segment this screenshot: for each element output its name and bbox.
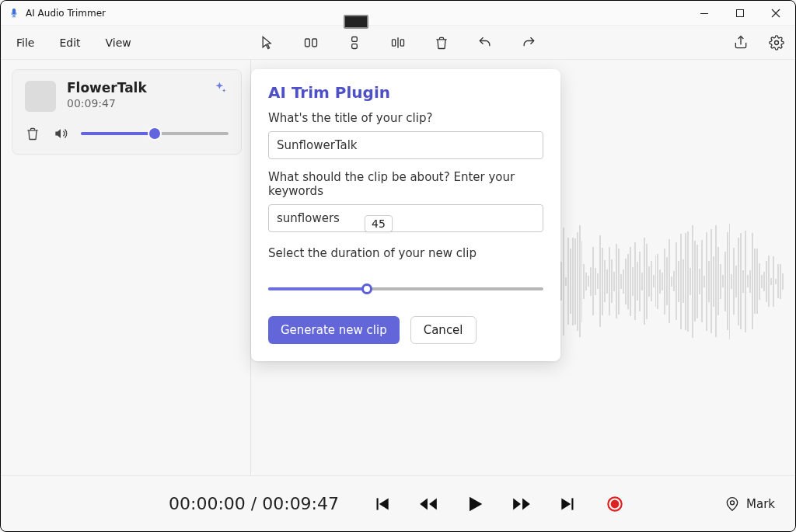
fast-forward-icon[interactable]: [510, 492, 533, 516]
svg-point-11: [612, 500, 619, 507]
generate-button[interactable]: Generate new clip: [268, 316, 400, 344]
keywords-label: What should the clip be about? Enter you…: [268, 170, 543, 198]
clip-delete-icon[interactable]: [25, 126, 40, 141]
play-icon[interactable]: [463, 492, 487, 516]
mark-button[interactable]: Mark: [724, 496, 775, 512]
tool-cursor-icon[interactable]: [257, 32, 278, 54]
skip-start-icon[interactable]: [370, 492, 393, 516]
clip-title-input[interactable]: [268, 131, 543, 159]
mark-label: Mark: [746, 497, 775, 511]
tool-trim-vertical-icon[interactable]: [344, 32, 365, 54]
app-mic-icon: [9, 8, 19, 19]
duration-label: Select the duration of your new clip: [268, 246, 543, 260]
menu-edit[interactable]: Edit: [56, 32, 83, 54]
main-area: FlowerTalk 00:09:47 AI Trim Plugin What'…: [1, 60, 795, 475]
titlebar: AI Audio Trimmer: [1, 1, 795, 26]
svg-rect-3: [312, 39, 317, 47]
clip-thumbnail: [25, 81, 56, 112]
clip-title: FlowerTalk: [67, 81, 202, 96]
window-minimize-button[interactable]: [686, 1, 722, 26]
clip-title-label: What's the title of your clip?: [268, 111, 543, 125]
ai-trim-panel: AI Trim Plugin What's the title of your …: [251, 69, 560, 361]
share-icon[interactable]: [730, 32, 752, 54]
time-current: 00:00:00: [169, 494, 246, 513]
duration-slider[interactable]: [268, 280, 543, 297]
volume-slider[interactable]: [81, 126, 229, 141]
svg-rect-6: [393, 39, 396, 45]
settings-gear-icon[interactable]: [766, 32, 787, 54]
timecode: 00:00:00 / 00:09:47: [169, 494, 339, 513]
panel-heading: AI Trim Plugin: [268, 83, 543, 102]
svg-rect-4: [352, 37, 358, 41]
svg-point-12: [731, 500, 735, 504]
svg-rect-2: [305, 39, 310, 47]
menubar: File Edit View: [1, 26, 795, 60]
clip-duration: 00:09:47: [67, 97, 202, 110]
rewind-icon[interactable]: [417, 492, 440, 516]
svg-rect-1: [737, 9, 744, 16]
keywords-input[interactable]: [268, 204, 543, 232]
tool-split-icon[interactable]: [300, 32, 322, 54]
record-icon[interactable]: [603, 492, 627, 516]
tool-mirror-icon[interactable]: [387, 32, 409, 54]
cancel-button[interactable]: Cancel: [410, 316, 477, 344]
menu-view[interactable]: View: [103, 32, 134, 54]
svg-rect-0: [700, 13, 708, 14]
svg-rect-8: [400, 39, 403, 45]
tool-undo-icon[interactable]: [474, 32, 496, 54]
svg-point-9: [775, 40, 779, 44]
tool-delete-icon[interactable]: [431, 32, 452, 54]
time-total: 00:09:47: [262, 494, 339, 513]
app-title: AI Audio Trimmer: [26, 8, 106, 19]
window-maximize-button[interactable]: [722, 1, 758, 26]
window-close-button[interactable]: [758, 1, 794, 26]
clip-card: FlowerTalk 00:09:47: [12, 69, 242, 155]
tool-redo-icon[interactable]: [518, 32, 539, 54]
menu-file[interactable]: File: [13, 32, 37, 54]
volume-icon[interactable]: [53, 126, 68, 141]
transport-bar: 00:00:00 / 00:09:47 Mark: [1, 475, 795, 531]
svg-rect-5: [352, 43, 358, 48]
skip-end-icon[interactable]: [557, 492, 580, 516]
duration-tooltip: 45: [365, 215, 393, 232]
ai-sparkle-icon[interactable]: [213, 81, 229, 99]
